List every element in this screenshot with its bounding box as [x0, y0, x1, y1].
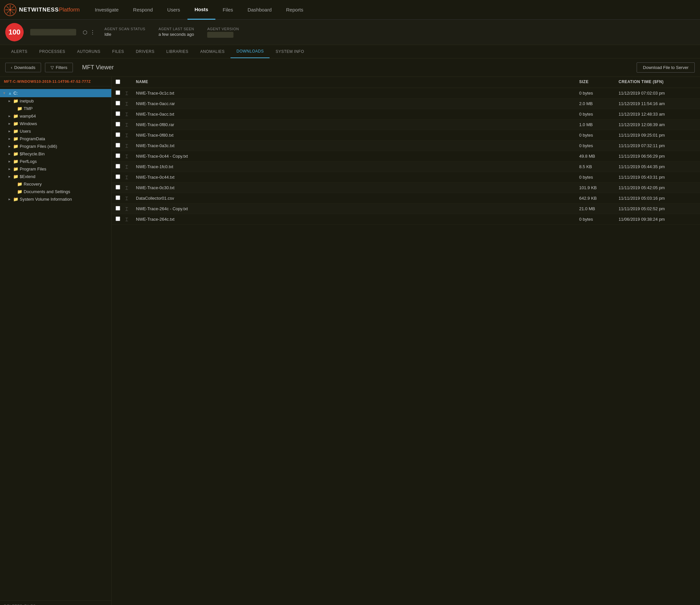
deleted-files-header[interactable]: DELETED FILES	[0, 600, 111, 605]
subnav-files[interactable]: FILES	[106, 45, 130, 58]
file-tree: ▼ ▲ C: ► 📁 inetpub ► 📁 TMP ► 📁 wamp64	[0, 87, 111, 600]
tree-item-wamp64[interactable]: ► 📁 wamp64	[0, 112, 111, 120]
row-checkbox[interactable]	[116, 153, 120, 158]
row-size-cell: 0 bytes	[578, 217, 617, 222]
chevron-right-icon: ►	[8, 197, 12, 201]
table-row[interactable]: ⌶ NWE-Trace-1fc0.txt 8.5 KB 11/11/2019 0…	[111, 162, 700, 172]
row-size-cell: 0 bytes	[578, 112, 617, 117]
tree-item-program-files[interactable]: ► 📁 Program Files	[0, 165, 111, 173]
row-size-cell: 2.0 MB	[578, 101, 617, 106]
subnav-autoruns[interactable]: AUTORUNS	[71, 45, 106, 58]
nav-investigate[interactable]: Investigate	[88, 0, 126, 20]
row-checkbox-cell	[114, 101, 124, 106]
table-body: ⌶ NWE-Trace-0c1c.txt 0 bytes 11/12/2019 …	[111, 88, 700, 605]
tree-item-tmp[interactable]: ► 📁 TMP	[0, 105, 111, 112]
table-header: NAME SIZE CREATION TIME ($FN)	[111, 77, 700, 88]
more-options-icon[interactable]: ⋮	[90, 29, 95, 35]
folder-icon: 📁	[13, 159, 18, 164]
download-file-button[interactable]: Download File to Server	[636, 63, 695, 73]
table-row[interactable]: ⌶ NWE-Trace-264c - Copy.txt 21.0 MB 11/1…	[111, 203, 700, 214]
tree-item-program-files-x86[interactable]: ► 📁 Program Files (x86)	[0, 143, 111, 150]
row-checkbox[interactable]	[116, 111, 120, 116]
filters-button[interactable]: ▽ Filters	[45, 63, 73, 72]
table-row[interactable]: ⌶ NWE-Trace-0c1c.txt 0 bytes 11/12/2019 …	[111, 88, 700, 99]
folder-icon: 📁	[13, 151, 18, 156]
tree-item-users[interactable]: ► 📁 Users	[0, 127, 111, 135]
tree-item-label: Users	[20, 129, 31, 134]
row-icon-cell: ⌶	[124, 217, 134, 222]
tree-item-programdata[interactable]: ► 📁 ProgramData	[0, 135, 111, 143]
th-size[interactable]: SIZE	[578, 79, 617, 85]
nav-hosts[interactable]: Hosts	[188, 0, 216, 20]
subnav-system-info[interactable]: SYSTEM INFO	[270, 45, 310, 58]
table-row[interactable]: ⌶ NWE-Trace-0a3c.txt 0 bytes 11/11/2019 …	[111, 141, 700, 151]
table-row[interactable]: ⌶ NWE-Trace-0f80.txt 0 bytes 11/11/2019 …	[111, 130, 700, 141]
folder-icon: 📁	[13, 121, 18, 126]
tree-item-label: wamp64	[20, 114, 36, 119]
tree-item-label: System Volume Information	[20, 197, 72, 202]
nav-dashboard[interactable]: Dashboard	[240, 0, 279, 20]
row-creation-time-cell: 11/11/2019 09:25:01 pm	[617, 133, 690, 138]
file-type-icon: ⌶	[125, 154, 128, 159]
tree-item-recovery[interactable]: ► 📁 Recovery	[0, 180, 111, 188]
row-checkbox[interactable]	[116, 90, 120, 95]
select-all-checkbox[interactable]	[116, 79, 120, 84]
row-creation-time-cell: 11/11/2019 07:32:11 pm	[617, 143, 690, 148]
folder-icon: 📁	[13, 197, 18, 202]
chevron-right-icon: ►	[8, 137, 12, 141]
row-checkbox[interactable]	[116, 122, 120, 126]
tree-item-extend[interactable]: ► 📁 $Extend	[0, 173, 111, 180]
subnav-alerts[interactable]: ALERTS	[5, 45, 33, 58]
th-creation-time[interactable]: CREATION TIME ($FN)	[617, 79, 690, 85]
open-external-icon[interactable]: ⬡	[83, 29, 88, 35]
nav-respond[interactable]: Respond	[126, 0, 160, 20]
table-row[interactable]: ⌶ NWE-Trace-264c.txt 0 bytes 11/06/2019 …	[111, 214, 700, 225]
row-checkbox[interactable]	[116, 185, 120, 190]
tree-item-windows[interactable]: ► 📁 Windows	[0, 120, 111, 127]
logo-text: NETWITNESS	[19, 6, 59, 13]
table-row[interactable]: ⌶ DataCollector01.csv 642.9 KB 11/11/201…	[111, 193, 700, 203]
table-row[interactable]: ⌶ NWE-Trace-0f80.rar 1.0 MB 11/12/2019 1…	[111, 120, 700, 130]
tree-item-inetpub[interactable]: ► 📁 inetpub	[0, 97, 111, 105]
row-icon-cell: ⌶	[124, 164, 134, 169]
tree-item-system-volume-info[interactable]: ► 📁 System Volume Information	[0, 195, 111, 203]
tree-item-perflogs[interactable]: ► 📁 PerfLogs	[0, 158, 111, 165]
nav-users[interactable]: Users	[160, 0, 187, 20]
table-row[interactable]: ⌶ NWE-Trace-0c44.txt 0 bytes 11/11/2019 …	[111, 172, 700, 183]
filter-icon: ▽	[51, 65, 54, 70]
table-row[interactable]: ⌶ NWE-Trace-0acc.txt 0 bytes 11/12/2019 …	[111, 109, 700, 120]
row-checkbox[interactable]	[116, 216, 120, 221]
row-checkbox[interactable]	[116, 164, 120, 169]
tree-item-c-drive[interactable]: ▼ ▲ C:	[0, 89, 111, 97]
chevron-down-icon: ▼	[3, 91, 6, 95]
subnav-downloads[interactable]: DOWNLOADS	[230, 45, 270, 58]
tree-item-label: PerfLogs	[20, 159, 37, 164]
th-name[interactable]: NAME	[134, 79, 578, 85]
row-checkbox[interactable]	[116, 143, 120, 147]
row-checkbox[interactable]	[116, 132, 120, 137]
tree-item-recycle-bin[interactable]: ► 📁 $Recycle.Bin	[0, 150, 111, 158]
nav-reports[interactable]: Reports	[279, 0, 310, 20]
row-checkbox-cell	[114, 132, 124, 138]
subnav-processes[interactable]: PROCESSES	[33, 45, 71, 58]
tree-item-documents-settings[interactable]: ► 📁 Documents and Settings	[0, 188, 111, 195]
agent-meta: AGENT SCAN STATUS Idle AGENT LAST SEEN a…	[104, 27, 239, 38]
nav-files[interactable]: Files	[216, 0, 240, 20]
file-type-icon: ⌶	[125, 122, 128, 127]
tree-item-label: C:	[14, 91, 18, 96]
subnav-anomalies[interactable]: ANOMALIES	[194, 45, 231, 58]
row-checkbox[interactable]	[116, 101, 120, 105]
row-checkbox[interactable]	[116, 174, 120, 179]
subnav-libraries[interactable]: LIBRARIES	[160, 45, 194, 58]
row-checkbox[interactable]	[116, 195, 120, 200]
row-checkbox[interactable]	[116, 206, 120, 211]
table-row[interactable]: ⌶ NWE-Trace-0acc.rar 2.0 MB 11/12/2019 1…	[111, 99, 700, 109]
chevron-right-icon: ►	[8, 99, 12, 103]
table-row[interactable]: ⌶ NWE-Trace-0c44 - Copy.txt 49.8 MB 11/1…	[111, 151, 700, 162]
subnav-drivers[interactable]: DRIVERS	[130, 45, 160, 58]
table-row[interactable]: ⌶ NWE-Trace-0c30.txt 101.9 KB 11/11/2019…	[111, 183, 700, 193]
row-checkbox-cell	[114, 206, 124, 212]
row-creation-time-cell: 11/12/2019 12:48:33 am	[617, 112, 690, 117]
folder-icon: 📁	[13, 136, 18, 141]
back-downloads-button[interactable]: ‹ Downloads	[5, 63, 41, 72]
